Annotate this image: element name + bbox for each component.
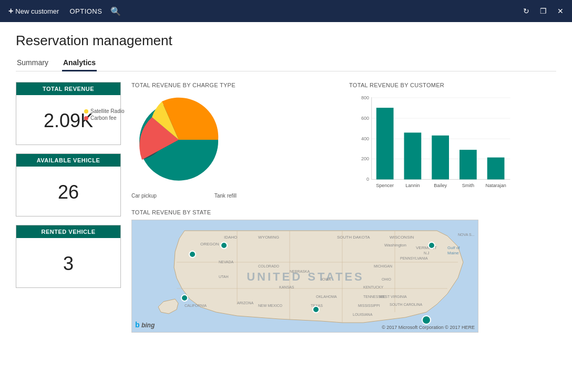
y-label-800: 800: [361, 95, 369, 100]
plus-icon: +: [8, 6, 13, 16]
nova-label: NOVA S...: [458, 233, 474, 236]
maine-label: Maine: [447, 251, 459, 255]
bar-smith: [459, 150, 477, 179]
kentucky-label: KENTUCKY: [363, 285, 383, 289]
bar-natarajan: [487, 158, 505, 180]
x-label-bailey: Bailey: [434, 183, 447, 188]
kansas-label: KANSAS: [279, 285, 294, 289]
pie-label-car-pickup: Car pickup: [131, 193, 157, 199]
tabs: Summary Analytics: [16, 55, 556, 71]
map-credit: © 2017 Microsoft Corporation © 2017 HERE: [382, 325, 475, 330]
pie-chart-box: TOTAL REVENUE by CHARGE TYPE Satellite R…: [131, 82, 339, 200]
new-customer-button[interactable]: + New customer: [4, 4, 63, 18]
kpi-total-revenue-header: TOTAL REVENUE: [16, 82, 120, 95]
nj-label: N.J: [424, 251, 430, 255]
california-label: CALIFORNIA: [185, 304, 207, 307]
pie-chart-title: TOTAL REVENUE by CHARGE TYPE: [131, 82, 339, 88]
kpi-available-vehicle-value: 26: [16, 167, 120, 216]
oregon-label: OREGON: [200, 242, 219, 246]
bar-bailey: [432, 136, 449, 180]
window-controls: ↻ ❐ ✕: [519, 6, 568, 16]
south-dakota-label: SOUTH DAKOTA: [337, 235, 370, 240]
bar-lannin: [404, 132, 422, 179]
map-dot-idaho: [221, 242, 227, 249]
map-dot-oregon: [189, 251, 196, 257]
tab-summary[interactable]: Summary: [16, 55, 49, 71]
pennsylvania-label: PENNSYLVANIA: [400, 256, 428, 260]
map-box: TOTAL REVENUE by STATE: [131, 209, 556, 333]
legend-carbon-fee: Carbon fee: [84, 115, 124, 121]
legend-satellite-radio-label: Satellite Radio: [90, 108, 124, 114]
sc-label: SOUTH CAROLINA: [390, 303, 423, 306]
tab-analytics[interactable]: Analytics: [62, 55, 97, 71]
y-label-0: 0: [366, 177, 369, 182]
bar-chart-title: TOTAL REVENUE by CUSTOMER: [349, 82, 556, 88]
maximize-button[interactable]: ❐: [536, 6, 551, 16]
michigan-label: MICHIGAN: [374, 264, 392, 268]
mississippi-label: MISSISSIPPI: [358, 304, 380, 307]
bing-logo: b bing: [135, 321, 155, 329]
kpi-rented-vehicle-header: RENTED VEHICLE: [16, 225, 120, 238]
map-dot-texas: [313, 306, 319, 313]
west-virginia-label: WEST VIRGINIA: [379, 295, 407, 298]
kpi-available-vehicle: AVAILABLE VEHICLE 26: [16, 153, 121, 216]
content-row: TOTAL REVENUE 2.09K AVAILABLE VEHICLE 26…: [16, 82, 556, 333]
map-title: TOTAL REVENUE by STATE: [131, 209, 556, 215]
washington-label: Washington: [384, 243, 406, 247]
oklahoma-label: OKLAHOMA: [316, 295, 337, 298]
y-label-400: 400: [361, 136, 369, 141]
x-label-smith: Smith: [462, 183, 474, 188]
pie-chart-svg: [131, 92, 226, 187]
charts-column: TOTAL REVENUE by CHARGE TYPE Satellite R…: [131, 82, 556, 333]
charts-top-row: TOTAL REVENUE by CHARGE TYPE Satellite R…: [131, 82, 556, 200]
pie-label-tank-refill: Tank refill: [214, 193, 237, 199]
main-content: Reservation management Summary Analytics…: [0, 22, 572, 392]
map-dot-florida: [422, 316, 431, 324]
kpi-available-vehicle-header: AVAILABLE VEHICLE: [16, 154, 120, 167]
gulf-maine-label: Gulf of: [447, 245, 460, 250]
titlebar: + New customer OPTIONS 🔍 ↻ ❐ ✕: [0, 0, 572, 22]
wyoming-label: WYOMING: [258, 235, 279, 240]
search-icon[interactable]: 🔍: [110, 6, 121, 16]
kpi-rented-vehicle: RENTED VEHICLE 3: [16, 225, 121, 288]
new-mexico-label: NEW MEXICO: [258, 304, 282, 307]
map-container[interactable]: UNITED STATES OREGON IDAHO WYOMING SOUTH…: [131, 220, 478, 333]
options-button[interactable]: OPTIONS: [65, 5, 106, 17]
arizona-label: ARIZONA: [237, 301, 253, 305]
y-label-600: 600: [361, 116, 369, 121]
kpi-rented-vehicle-value: 3: [16, 238, 120, 287]
iowa-label: IOWA: [321, 277, 331, 281]
y-label-200: 200: [361, 156, 369, 161]
utah-label: UTAH: [219, 275, 229, 278]
refresh-button[interactable]: ↻: [519, 6, 534, 16]
x-label-spencer: Spencer: [376, 183, 394, 188]
x-label-lannin: Lannin: [405, 183, 420, 188]
colorado-label: COLORADO: [258, 264, 280, 268]
bar-spencer: [376, 108, 394, 179]
legend-carbon-fee-label: Carbon fee: [90, 115, 116, 121]
nebraska-label: NEBRASKA: [290, 270, 310, 273]
x-label-natarajan: Natarajan: [485, 183, 506, 188]
louisiana-label: LOUISIANA: [353, 313, 373, 316]
bar-chart-box: TOTAL REVENUE by CUSTOMER: [349, 82, 556, 200]
close-button[interactable]: ✕: [553, 6, 568, 16]
idaho-label: IDAHO: [224, 235, 237, 240]
new-customer-label: New customer: [15, 7, 59, 15]
nevada-label: NEVADA: [219, 260, 234, 264]
map-dot-california: [181, 295, 188, 301]
map-dot-northeast: [428, 242, 435, 249]
wisconsin-label: WISCONSIN: [390, 235, 414, 240]
map-svg: UNITED STATES OREGON IDAHO WYOMING SOUTH…: [132, 220, 478, 333]
ohio-label: OHIO: [382, 277, 391, 281]
page-title: Reservation management: [16, 33, 556, 49]
bar-chart-svg: 0 200 400 600 800: [349, 92, 528, 198]
legend-satellite-radio: Satellite Radio: [84, 108, 124, 114]
